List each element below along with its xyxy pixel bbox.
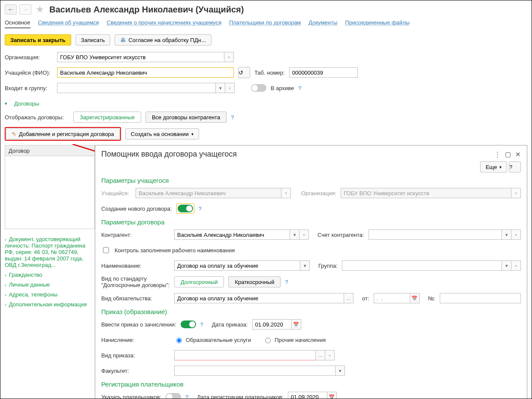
group-member-input[interactable] [57, 83, 216, 93]
sidebar-personal[interactable]: ›Личные данные [5, 281, 95, 288]
dlg-liab-more-icon[interactable]: … [344, 293, 354, 303]
archive-label: В архиве [271, 85, 294, 91]
group-dropdown-icon[interactable]: ▾ [216, 83, 225, 93]
sidebar-citizenship[interactable]: ›Гражданство [5, 272, 95, 278]
dlg-contragent-input[interactable] [174, 230, 290, 240]
dlg-no-label: №: [428, 295, 436, 302]
tab-files[interactable]: Присоединенные файлы [345, 19, 410, 28]
dlg-faculty-dropdown-icon[interactable]: ▾ [336, 366, 345, 376]
dlg-from-date-input[interactable] [374, 293, 410, 303]
dlg-specify-payers-label: Указать плательщиков: [101, 394, 161, 399]
filter-all-button[interactable]: Все договоры контрагента [145, 112, 227, 123]
dlg-kind-help[interactable]: ? [285, 279, 288, 285]
archive-toggle[interactable] [251, 84, 266, 92]
dlg-name-label: Наименование: [101, 263, 170, 269]
save-close-button[interactable]: Записать и закрыть [5, 34, 71, 45]
dlg-accrual-label: Начисление: [101, 337, 170, 343]
dlg-faculty-label: Факультет: [101, 368, 170, 374]
section-student-params: Параметры учащегося [101, 177, 521, 184]
page-title: Васильев Александр Николаевич (Учащийся) [49, 5, 244, 15]
dlg-payers-date-input[interactable] [288, 392, 327, 399]
add-contract-button[interactable]: ✎ Добавление и регистрация договора [6, 128, 120, 139]
favorite-star-icon[interactable]: ★ [36, 4, 44, 15]
dlg-new-contract-toggle[interactable] [178, 205, 193, 212]
filter-registered-button[interactable]: Зарегистрированные [73, 112, 141, 123]
dlg-account-input[interactable] [369, 230, 502, 240]
dlg-kind-std-label: Вид по стандарту "Долгосрочные договоры"… [101, 275, 170, 288]
dialog-menu-icon[interactable]: ⋮ [494, 151, 501, 158]
dlg-order-date-label: Дата приказа: [212, 321, 248, 328]
tab-payers[interactable]: Плательщики по договорам [229, 19, 301, 28]
tabno-input[interactable] [289, 67, 358, 78]
contracts-section-label[interactable]: Договоры [14, 100, 39, 107]
tabno-label: Таб. номер: [254, 70, 285, 76]
dialog-help-button[interactable]: ? [509, 161, 521, 172]
dialog-close-icon[interactable]: ✕ [515, 151, 521, 158]
dlg-name-input[interactable] [174, 260, 300, 271]
chevron-down-icon: ▾ [191, 132, 193, 136]
tab-student-info[interactable]: Сведения об учащемся [38, 19, 99, 28]
dlg-faculty-input[interactable] [174, 366, 336, 376]
dlg-group-open-icon[interactable]: ▫ [511, 260, 521, 271]
dlg-liab-label: Вид обязательства: [101, 295, 170, 302]
dlg-student-input [136, 188, 281, 198]
sidebar-identity-doc[interactable]: ›Документ, удостоверяющий личность: Пасп… [5, 236, 95, 268]
dlg-payers-date-label: Дата регистрации плательщиков: [197, 394, 283, 399]
section-order: Приказ (образование) [101, 308, 521, 315]
calendar-icon[interactable]: 📅 [327, 392, 337, 399]
fio-input[interactable] [57, 67, 234, 78]
dlg-liab-input[interactable] [174, 293, 344, 303]
contracts-expand-icon[interactable]: ▾ [5, 101, 7, 106]
archive-help-icon[interactable]: ? [298, 85, 301, 91]
dlg-order-type-open-icon[interactable]: ▫ [325, 350, 335, 360]
group-open-icon[interactable]: ▫ [225, 83, 235, 93]
dlg-contragent-open-icon[interactable]: ▫ [299, 230, 309, 240]
dlg-contragent-dropdown-icon[interactable]: ▾ [290, 230, 299, 240]
dlg-long-term-button[interactable]: Долгосрочный [174, 276, 224, 287]
dlg-no-input[interactable] [440, 293, 521, 303]
nav-forward-button[interactable]: → [19, 4, 31, 15]
sidebar-addresses[interactable]: ›Адреса, телефоны [5, 291, 95, 298]
consent-button[interactable]: 🖶 Согласие на обработку ПДн... [115, 34, 211, 45]
dlg-org-input [341, 188, 511, 198]
dlg-check-fill-checkbox[interactable] [103, 247, 109, 253]
history-button[interactable]: ↺ [238, 67, 250, 78]
dlg-short-term-button[interactable]: Краткосрочный [228, 276, 281, 287]
sidebar-additional[interactable]: ›Дополнительная информация [5, 301, 95, 308]
dlg-account-open-icon[interactable]: ▫ [511, 230, 521, 240]
dlg-group-dropdown-icon[interactable]: ▾ [502, 260, 511, 271]
dlg-specify-payers-toggle[interactable] [166, 393, 181, 399]
dlg-order-type-label: Вид приказа: [101, 352, 170, 359]
dialog-more-button[interactable]: Еще ▾ [480, 161, 507, 172]
dlg-new-contract-help[interactable]: ? [199, 206, 202, 212]
calendar-icon[interactable]: 📅 [410, 293, 420, 303]
tab-bar: Основное Сведения об учащемся Сведения о… [5, 19, 527, 28]
filter-help-icon[interactable]: ? [231, 114, 234, 121]
dlg-payers-help[interactable]: ? [185, 394, 188, 399]
dlg-accrual-other-radio[interactable]: Прочие начисления [263, 336, 326, 343]
dlg-order-type-more-icon[interactable]: … [316, 350, 325, 360]
fio-label: Учащийся (ФИО): [5, 70, 53, 76]
dlg-name-dropdown-icon[interactable]: ▾ [300, 260, 310, 271]
org-label: Организация: [5, 54, 53, 60]
dlg-accrual-edu-radio[interactable]: Образовательные услуги [174, 336, 251, 343]
dlg-enroll-toggle[interactable] [181, 320, 196, 328]
dlg-account-label: Счет контрагента: [317, 232, 364, 238]
dialog-maximize-icon[interactable]: ▢ [505, 151, 511, 158]
dlg-order-date-input[interactable] [252, 319, 292, 329]
calendar-icon[interactable]: 📅 [292, 319, 301, 329]
tab-main[interactable]: Основное [5, 19, 30, 28]
dlg-enroll-help[interactable]: ? [200, 321, 203, 328]
dlg-order-type-input[interactable] [174, 350, 316, 360]
tab-other-accruals[interactable]: Сведения о прочих начислениях учащемуся [107, 19, 222, 28]
nav-back-button[interactable]: ← [5, 4, 17, 15]
contracts-table-body[interactable] [5, 156, 95, 229]
group-member-label: Входит в группу: [5, 85, 53, 91]
dlg-account-dropdown-icon[interactable]: ▾ [502, 230, 511, 240]
tab-documents[interactable]: Документы [308, 19, 337, 28]
org-open-icon[interactable]: ▫ [224, 52, 234, 62]
dlg-group-input[interactable] [342, 260, 502, 271]
save-button[interactable]: Записать [76, 34, 111, 45]
create-based-button[interactable]: Создать на основании ▾ [125, 128, 199, 139]
org-input[interactable] [57, 52, 224, 62]
